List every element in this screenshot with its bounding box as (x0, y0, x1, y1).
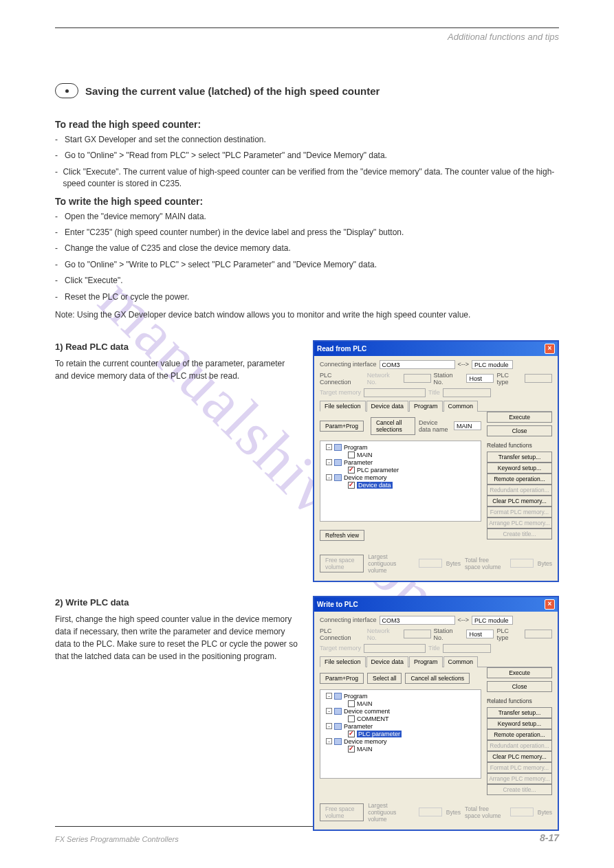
tab-program[interactable]: Program (409, 401, 443, 412)
selectall-button[interactable]: Select all (367, 673, 402, 684)
tip-icon (55, 83, 78, 98)
related-fn-button[interactable]: Transfer setup... (487, 707, 552, 718)
related-fn-button: Format PLC memory... (487, 762, 552, 773)
section-head: To read the high speed counter: (55, 119, 559, 130)
tree-label: Program (344, 693, 368, 700)
checkbox[interactable] (348, 700, 355, 707)
connecting-value[interactable]: COM3 (380, 616, 455, 625)
execute-button[interactable]: Execute (487, 412, 552, 423)
titlefld-label: Title (428, 389, 440, 396)
tree-branch[interactable]: -Parameter (323, 459, 478, 466)
tab-program[interactable]: Program (409, 656, 443, 667)
list-item: -Click "Execute". The current value of h… (55, 166, 559, 190)
tree-label: Device memory (344, 474, 387, 481)
related-fn-button[interactable]: Clear PLC memory... (487, 496, 552, 507)
module-value[interactable]: PLC module (472, 360, 513, 369)
checkbox[interactable] (348, 467, 355, 474)
close-icon[interactable]: × (545, 599, 555, 610)
related-fn-button[interactable]: Clear PLC memory... (487, 751, 552, 762)
checkbox[interactable] (348, 746, 355, 753)
related-fn-button: Redundant operation... (487, 740, 552, 751)
related-fn-button[interactable]: Remote operation... (487, 474, 552, 485)
related-fn-button[interactable]: Keyword setup... (487, 718, 552, 729)
dialog-title: Read from PLC (317, 345, 366, 353)
paramprog-button[interactable]: Param+Prog (320, 421, 364, 432)
related-fn-button[interactable]: Transfer setup... (487, 452, 552, 463)
paramprog-button[interactable]: Param+Prog (320, 673, 364, 684)
tree-leaf[interactable]: COMMENT (323, 715, 478, 722)
tree-leaf[interactable]: MAIN (323, 700, 478, 707)
folder-icon (334, 459, 342, 466)
tree-branch[interactable]: -Device memory (323, 738, 478, 745)
tree-label: Parameter (344, 723, 373, 730)
expand-icon[interactable]: - (326, 693, 332, 699)
folder-icon (334, 738, 342, 745)
expand-icon[interactable]: - (326, 474, 332, 480)
tree-leaf[interactable]: PLC parameter (323, 731, 478, 737)
note-text: Note: Using the GX Developer device batc… (55, 310, 559, 320)
close-icon[interactable]: × (545, 344, 555, 354)
checkbox[interactable] (348, 452, 355, 458)
tree-label: MAIN (357, 746, 373, 753)
file-tree[interactable]: -ProgramMAIN-Device commentCOMMENT-Param… (320, 689, 481, 779)
freespace-button: Free space volume (320, 803, 364, 821)
tree-label: Device memory (344, 738, 387, 745)
tab-file-selection[interactable]: File selection (320, 401, 366, 412)
list-item: -Go to "Online" > "Read from PLC" > sele… (55, 150, 559, 162)
tree-label: Program (344, 444, 368, 451)
file-tree[interactable]: -ProgramMAIN-ParameterPLC parameter-Devi… (320, 441, 481, 522)
checkbox[interactable] (348, 482, 355, 489)
checkbox[interactable] (348, 731, 355, 737)
connecting-label: Connecting interface (320, 361, 377, 368)
expand-icon[interactable]: - (326, 708, 332, 714)
header-right: Additional functions and tips (448, 32, 559, 42)
tree-branch[interactable]: -Device memory (323, 474, 478, 481)
related-fn-button[interactable]: Remote operation... (487, 729, 552, 740)
related-fn-button: Create title... (487, 528, 552, 539)
close-button[interactable]: Close (487, 681, 552, 692)
tab-common[interactable]: Common (443, 401, 479, 412)
connecting-value[interactable]: COM3 (380, 360, 455, 369)
tree-branch[interactable]: -Parameter (323, 723, 478, 730)
expand-icon[interactable]: - (326, 459, 332, 465)
related-fn-button: Redundant operation... (487, 485, 552, 496)
refresh-button[interactable]: Refresh view (320, 530, 364, 541)
list-item: -Go to "Online" > "Write to PLC" > selec… (55, 259, 559, 271)
related-fn-button[interactable]: Keyword setup... (487, 463, 552, 474)
list-item: -Start GX Developer and set the connecti… (55, 134, 559, 146)
tree-branch[interactable]: -Program (323, 444, 478, 451)
tree-leaf[interactable]: MAIN (323, 746, 478, 753)
tab-file-selection[interactable]: File selection (320, 656, 366, 667)
related-fn-button: Arrange PLC memory... (487, 518, 552, 528)
list-item: -Enter "C235" (high speed counter number… (55, 227, 559, 238)
list-item: -Change the value of C235 and close the … (55, 243, 559, 254)
freespace-button: Free space volume (320, 555, 364, 572)
folder-icon (334, 723, 342, 730)
related-fn-button: Create title... (487, 784, 552, 795)
expand-icon[interactable]: - (326, 723, 332, 729)
tree-branch[interactable]: -Program (323, 693, 478, 700)
block1-body: To retain the current counter value of t… (55, 357, 299, 382)
expand-icon[interactable]: - (326, 738, 332, 744)
section-head: To write the high speed counter: (55, 196, 559, 207)
tree-leaf[interactable]: PLC parameter (323, 467, 478, 474)
tab-device-data[interactable]: Device data (366, 656, 409, 667)
checkbox[interactable] (348, 715, 355, 722)
close-button[interactable]: Close (487, 425, 552, 436)
related-fn-button: Arrange PLC memory... (487, 773, 552, 784)
folder-icon (334, 693, 342, 700)
tab-device-data[interactable]: Device data (366, 401, 409, 412)
list-item: -Reset the PLC or cycle the power. (55, 291, 559, 303)
top-rule (55, 27, 559, 28)
tree-leaf[interactable]: Device data (323, 482, 478, 489)
expand-icon[interactable]: - (326, 444, 332, 450)
tree-branch[interactable]: -Device comment (323, 708, 478, 715)
tab-common[interactable]: Common (443, 656, 479, 667)
tree-label: Device data (357, 482, 393, 489)
tree-label: PLC parameter (357, 467, 399, 474)
cancel-selections-button[interactable]: Cancel all selections (371, 417, 415, 435)
execute-button[interactable]: Execute (487, 667, 552, 678)
cancel-selections-button[interactable]: Cancel all selections (405, 673, 469, 684)
devname-value[interactable]: MAIN (454, 421, 481, 430)
tree-leaf[interactable]: MAIN (323, 452, 478, 458)
